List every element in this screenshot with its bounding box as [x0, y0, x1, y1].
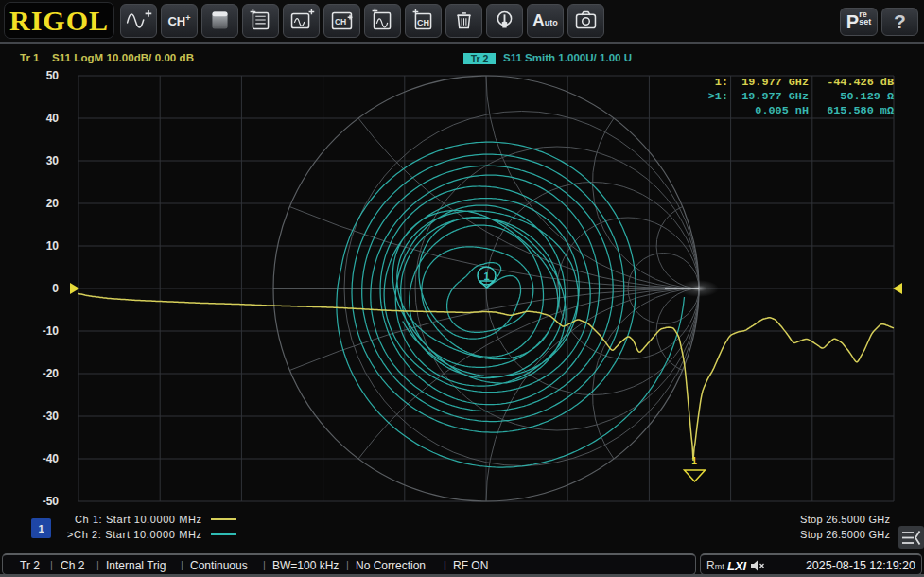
- svg-text:40: 40: [46, 112, 60, 125]
- svg-text:19.977 GHz: 19.977 GHz: [741, 90, 809, 103]
- svg-text:-30: -30: [43, 410, 60, 423]
- svg-text:0: 0: [52, 282, 59, 295]
- svg-text:20: 20: [46, 197, 60, 210]
- svg-text:CH: CH: [335, 17, 346, 26]
- svg-text:-40: -40: [43, 452, 60, 465]
- svg-text:-10: -10: [43, 324, 60, 338]
- svg-text:Ch 1: Start 10.0000 MHz: Ch 1: Start 10.0000 MHz: [75, 514, 201, 525]
- svg-text:1: 1: [38, 523, 44, 534]
- svg-text:10: 10: [46, 239, 60, 253]
- svg-text:S11 LogM 10.00dB/ 0.00 dB: S11 LogM 10.00dB/ 0.00 dB: [52, 52, 194, 63]
- svg-text:Stop 26.5000 GHz: Stop 26.5000 GHz: [800, 514, 890, 525]
- svg-text:-20: -20: [43, 367, 60, 380]
- svg-text:1: 1: [483, 271, 489, 282]
- svg-text:0.005 nH: 0.005 nH: [755, 104, 809, 117]
- svg-text:50.129 Ω: 50.129 Ω: [840, 90, 894, 103]
- svg-text:Tr 1: Tr 1: [20, 52, 40, 63]
- svg-text:30: 30: [46, 154, 60, 167]
- svg-text:CH: CH: [417, 18, 429, 27]
- svg-text:>1:: >1:: [708, 90, 728, 103]
- svg-text:S11 Smith 1.000U/ 1.00 U: S11 Smith 1.000U/ 1.00 U: [503, 52, 632, 63]
- svg-text:1: 1: [691, 456, 697, 466]
- svg-text:-50: -50: [43, 495, 60, 508]
- svg-text:19.977 GHz: 19.977 GHz: [741, 76, 809, 89]
- svg-text:Tr 2: Tr 2: [471, 53, 489, 64]
- svg-text:>Ch 2: Start 10.0000 MHz: >Ch 2: Start 10.0000 MHz: [67, 529, 201, 540]
- svg-text:-44.426 dB: -44.426 dB: [827, 76, 894, 89]
- svg-text:Stop 26.5000 GHz: Stop 26.5000 GHz: [800, 529, 890, 540]
- svg-text:1:: 1:: [715, 76, 728, 89]
- svg-text:50: 50: [46, 69, 60, 82]
- svg-text:615.580 mΩ: 615.580 mΩ: [827, 104, 894, 117]
